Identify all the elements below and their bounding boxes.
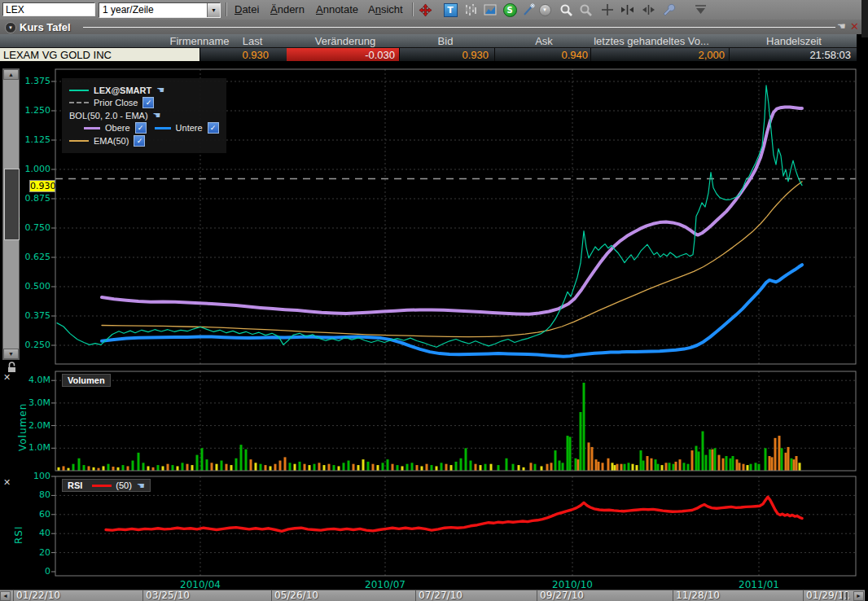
- panel-collapse-button[interactable]: ▼: [5, 22, 16, 33]
- menu-aendern[interactable]: Ändern: [270, 3, 305, 15]
- volume-bar: [221, 461, 223, 471]
- col-bid[interactable]: Bid: [438, 35, 454, 47]
- volume-bar: [665, 463, 668, 471]
- period-dropdown-arrow-icon[interactable]: ▼: [207, 3, 220, 17]
- scroll-down-button[interactable]: ▼: [3, 349, 19, 359]
- volume-bar: [758, 464, 761, 471]
- text-annotation-icon[interactable]: T: [442, 2, 458, 18]
- money-icon[interactable]: S: [502, 2, 518, 18]
- volume-bar: [445, 464, 448, 471]
- scrollbar-grip[interactable]: [842, 592, 844, 600]
- col-veraenderung[interactable]: Veränderung: [315, 35, 375, 47]
- menu-annotate[interactable]: Annotate: [316, 3, 358, 15]
- volume-bar: [640, 450, 642, 471]
- volume-bar: [736, 459, 739, 471]
- volume-bar: [460, 458, 462, 471]
- volume-bar: [397, 465, 399, 471]
- volume-pane-close-icon[interactable]: ✕: [3, 372, 11, 383]
- col-firmenname[interactable]: Firmenname: [170, 35, 230, 47]
- menu-ansicht[interactable]: Ansicht: [368, 3, 403, 15]
- candlestick-chart-icon[interactable]: [462, 2, 479, 18]
- cell-firmenname[interactable]: LEXAM VG GOLD INC: [0, 48, 200, 61]
- volume-bar: [309, 465, 311, 471]
- volume-bar: [250, 459, 252, 471]
- scale-lock-icon[interactable]: [6, 361, 18, 373]
- col-last[interactable]: Last: [243, 35, 263, 47]
- time-scrollbar[interactable]: ◄ 01/22/1003/25/1005/26/1007/27/1009/27/…: [0, 590, 865, 601]
- volume-bar: [580, 412, 582, 471]
- volume-bar: [743, 464, 745, 471]
- scroll-left-button[interactable]: ◄: [0, 591, 11, 601]
- crosshair-icon[interactable]: [599, 2, 616, 18]
- volume-bar: [651, 458, 653, 471]
- volume-bar: [512, 464, 515, 471]
- volume-bar: [705, 455, 708, 471]
- move-icon[interactable]: [417, 2, 433, 18]
- volume-bar: [661, 465, 664, 471]
- volume-bar: [655, 459, 657, 471]
- cell-separator: [399, 48, 400, 61]
- volume-bar: [260, 464, 262, 471]
- volume-bar: [382, 463, 384, 471]
- volume-bar: [755, 463, 757, 471]
- volume-bar: [323, 465, 326, 471]
- wrench-icon[interactable]: [661, 2, 677, 18]
- volume-bar: [338, 466, 340, 471]
- volume-bar: [624, 464, 626, 471]
- scrollbar-thumb[interactable]: [4, 169, 20, 240]
- volume-bar: [726, 456, 728, 471]
- kurs-tafel-header: ▼ Kurs Tafel ☚ ✕: [0, 20, 861, 34]
- volume-bar: [799, 463, 801, 471]
- collapse-horizontal-icon[interactable]: [640, 2, 656, 18]
- wand-dropdown-icon[interactable]: ▼: [537, 2, 553, 18]
- volume-bar: [196, 455, 199, 471]
- volume-bar: [206, 459, 208, 471]
- volume-bar: [484, 464, 487, 471]
- volume-bar: [172, 465, 174, 471]
- volume-bar: [765, 448, 767, 471]
- period-select[interactable]: 1 year/Zeile ▼: [99, 2, 221, 18]
- rsi-pane-close-icon[interactable]: ✕: [3, 477, 11, 488]
- expand-horizontal-icon[interactable]: [619, 2, 635, 18]
- rsi-line: [106, 497, 802, 531]
- col-ask[interactable]: Ask: [535, 35, 553, 47]
- volume-bar: [620, 464, 623, 471]
- volume-bar: [343, 463, 345, 471]
- menu-datei[interactable]: Datei: [235, 3, 259, 15]
- volume-bar: [523, 467, 525, 471]
- volume-bar: [270, 466, 272, 471]
- volume-bar: [72, 464, 75, 471]
- symbol-input[interactable]: [2, 2, 95, 16]
- volume-bar: [357, 465, 360, 471]
- volume-bar: [555, 450, 557, 471]
- price-vertical-scrollbar[interactable]: ▲ ▼: [2, 68, 20, 360]
- scrollbar-grip[interactable]: [846, 592, 848, 600]
- col-volume[interactable]: letztes gehandeltes Vo...: [594, 35, 709, 47]
- volume-bar: [607, 458, 610, 471]
- volume-bar: [230, 465, 233, 471]
- panel-close-icon[interactable]: ✕: [850, 20, 859, 33]
- col-handelszeit[interactable]: Handelszeit: [766, 35, 822, 47]
- zoom-out-icon[interactable]: [577, 2, 594, 18]
- wand-icon[interactable]: [521, 2, 537, 18]
- zoom-in-icon[interactable]: [558, 2, 574, 18]
- filter-icon[interactable]: [692, 2, 708, 18]
- volume-bar: [591, 447, 594, 471]
- volume-bar: [669, 463, 671, 471]
- volume-bar: [470, 461, 472, 471]
- volume-bar: [636, 465, 638, 471]
- volume-bar: [426, 464, 428, 471]
- scroll-right-button[interactable]: ►: [853, 591, 864, 601]
- mini-chart-icon[interactable]: [482, 2, 498, 18]
- scroll-up-button[interactable]: ▲: [3, 69, 19, 80]
- volume-bar: [416, 465, 419, 471]
- volume-bar: [588, 442, 590, 471]
- volume-bar: [595, 459, 598, 471]
- volume-bar: [162, 466, 164, 471]
- chart-canvas[interactable]: [0, 60, 868, 590]
- cell-separator: [590, 48, 591, 61]
- volume-bar: [107, 464, 110, 471]
- volume-bar: [138, 453, 140, 471]
- panel-hand-icon[interactable]: ☚: [837, 20, 846, 32]
- volume-bar: [647, 456, 649, 471]
